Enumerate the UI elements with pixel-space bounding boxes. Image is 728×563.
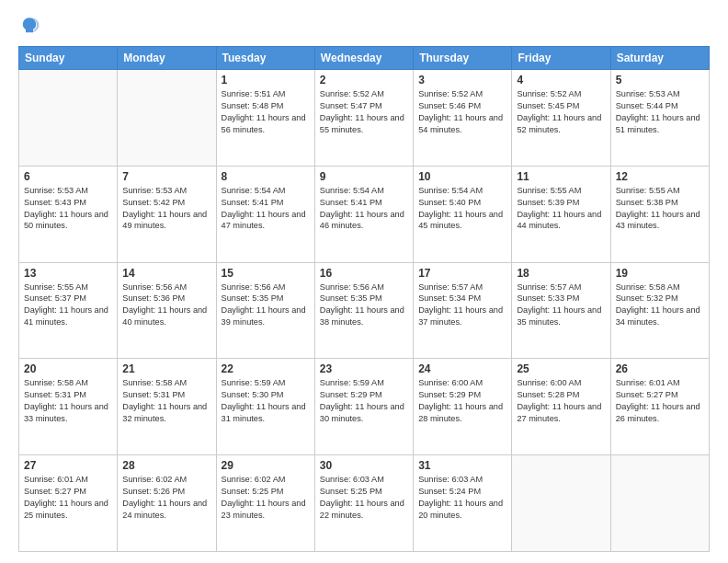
calendar-cell: 5Sunrise: 5:53 AMSunset: 5:44 PMDaylight…	[610, 70, 709, 167]
day-info: Sunrise: 5:57 AMSunset: 5:34 PMDaylight:…	[418, 282, 506, 329]
calendar-cell: 11Sunrise: 5:55 AMSunset: 5:39 PMDayligh…	[512, 166, 610, 262]
day-number: 2	[320, 74, 408, 86]
day-info: Sunrise: 6:02 AMSunset: 5:26 PMDaylight:…	[122, 474, 210, 522]
calendar-cell	[19, 70, 118, 167]
calendar-header: SundayMondayTuesdayWednesdayThursdayFrid…	[19, 47, 710, 70]
day-number: 31	[418, 459, 506, 472]
day-info: Sunrise: 5:54 AMSunset: 5:40 PMDaylight:…	[418, 185, 506, 233]
day-info: Sunrise: 5:54 AMSunset: 5:41 PMDaylight:…	[320, 185, 408, 233]
calendar-cell: 10Sunrise: 5:54 AMSunset: 5:40 PMDayligh…	[414, 166, 512, 262]
day-header-monday: Monday	[118, 47, 216, 70]
calendar-cell	[118, 70, 216, 167]
day-info: Sunrise: 5:57 AMSunset: 5:33 PMDaylight:…	[517, 282, 605, 329]
day-number: 30	[320, 459, 408, 472]
calendar-cell: 21Sunrise: 5:58 AMSunset: 5:31 PMDayligh…	[118, 359, 216, 455]
day-info: Sunrise: 5:53 AMSunset: 5:42 PMDaylight:…	[122, 185, 210, 233]
day-number: 10	[418, 170, 506, 183]
day-info: Sunrise: 5:59 AMSunset: 5:29 PMDaylight:…	[320, 377, 408, 425]
day-number: 6	[24, 170, 112, 183]
calendar-cell: 31Sunrise: 6:03 AMSunset: 5:24 PMDayligh…	[414, 455, 512, 552]
day-number: 12	[616, 170, 704, 183]
day-number: 27	[24, 459, 112, 472]
day-number: 9	[320, 170, 408, 183]
header	[18, 15, 710, 37]
day-number: 21	[122, 362, 210, 375]
calendar-cell: 25Sunrise: 6:00 AMSunset: 5:28 PMDayligh…	[512, 359, 610, 455]
calendar-cell: 30Sunrise: 6:03 AMSunset: 5:25 PMDayligh…	[314, 455, 413, 552]
day-number: 15	[222, 267, 310, 280]
day-header-sunday: Sunday	[19, 47, 118, 70]
calendar-cell: 20Sunrise: 5:58 AMSunset: 5:31 PMDayligh…	[19, 359, 118, 455]
calendar-cell: 17Sunrise: 5:57 AMSunset: 5:34 PMDayligh…	[414, 262, 512, 359]
day-number: 20	[24, 362, 112, 375]
logo	[18, 15, 44, 37]
week-row-0: 1Sunrise: 5:51 AMSunset: 5:48 PMDaylight…	[19, 70, 710, 167]
day-info: Sunrise: 6:01 AMSunset: 5:27 PMDaylight:…	[24, 474, 112, 522]
calendar-body: 1Sunrise: 5:51 AMSunset: 5:48 PMDaylight…	[19, 70, 710, 552]
calendar-cell: 14Sunrise: 5:56 AMSunset: 5:36 PMDayligh…	[118, 262, 216, 359]
day-info: Sunrise: 5:54 AMSunset: 5:41 PMDaylight:…	[222, 185, 310, 233]
calendar-cell: 16Sunrise: 5:56 AMSunset: 5:35 PMDayligh…	[314, 262, 413, 359]
day-number: 3	[418, 74, 506, 86]
day-number: 29	[222, 459, 310, 472]
day-number: 23	[320, 362, 408, 375]
day-info: Sunrise: 5:55 AMSunset: 5:37 PMDaylight:…	[24, 282, 112, 329]
day-info: Sunrise: 5:56 AMSunset: 5:35 PMDaylight:…	[320, 282, 408, 329]
calendar-cell: 24Sunrise: 6:00 AMSunset: 5:29 PMDayligh…	[414, 359, 512, 455]
day-info: Sunrise: 5:59 AMSunset: 5:30 PMDaylight:…	[222, 377, 310, 425]
day-number: 5	[616, 74, 704, 86]
day-info: Sunrise: 6:03 AMSunset: 5:24 PMDaylight:…	[418, 474, 506, 522]
calendar-cell: 4Sunrise: 5:52 AMSunset: 5:45 PMDaylight…	[512, 70, 610, 167]
day-number: 1	[222, 74, 310, 86]
day-info: Sunrise: 6:00 AMSunset: 5:29 PMDaylight:…	[418, 377, 506, 425]
day-header-saturday: Saturday	[610, 47, 709, 70]
week-row-3: 20Sunrise: 5:58 AMSunset: 5:31 PMDayligh…	[19, 359, 710, 455]
calendar-cell: 9Sunrise: 5:54 AMSunset: 5:41 PMDaylight…	[314, 166, 413, 262]
week-row-2: 13Sunrise: 5:55 AMSunset: 5:37 PMDayligh…	[19, 262, 710, 359]
day-info: Sunrise: 5:58 AMSunset: 5:31 PMDaylight:…	[24, 377, 112, 425]
day-info: Sunrise: 5:56 AMSunset: 5:35 PMDaylight:…	[222, 282, 310, 329]
day-header-friday: Friday	[512, 47, 610, 70]
calendar-cell: 18Sunrise: 5:57 AMSunset: 5:33 PMDayligh…	[512, 262, 610, 359]
day-number: 24	[418, 362, 506, 375]
days-header-row: SundayMondayTuesdayWednesdayThursdayFrid…	[19, 47, 710, 70]
calendar-cell: 22Sunrise: 5:59 AMSunset: 5:30 PMDayligh…	[216, 359, 314, 455]
day-info: Sunrise: 5:58 AMSunset: 5:32 PMDaylight:…	[616, 282, 704, 329]
day-header-wednesday: Wednesday	[314, 47, 413, 70]
day-number: 19	[616, 267, 704, 280]
calendar-cell: 3Sunrise: 5:52 AMSunset: 5:46 PMDaylight…	[414, 70, 512, 167]
calendar-cell: 27Sunrise: 6:01 AMSunset: 5:27 PMDayligh…	[19, 455, 118, 552]
calendar-cell: 23Sunrise: 5:59 AMSunset: 5:29 PMDayligh…	[314, 359, 413, 455]
calendar-cell: 26Sunrise: 6:01 AMSunset: 5:27 PMDayligh…	[610, 359, 709, 455]
day-number: 14	[122, 267, 210, 280]
calendar-cell: 29Sunrise: 6:02 AMSunset: 5:25 PMDayligh…	[216, 455, 314, 552]
day-number: 28	[122, 459, 210, 472]
calendar-cell	[512, 455, 610, 552]
calendar-cell: 15Sunrise: 5:56 AMSunset: 5:35 PMDayligh…	[216, 262, 314, 359]
calendar-cell: 8Sunrise: 5:54 AMSunset: 5:41 PMDaylight…	[216, 166, 314, 262]
page: SundayMondayTuesdayWednesdayThursdayFrid…	[0, 0, 728, 563]
day-info: Sunrise: 5:53 AMSunset: 5:43 PMDaylight:…	[24, 185, 112, 233]
day-info: Sunrise: 6:02 AMSunset: 5:25 PMDaylight:…	[222, 474, 310, 522]
day-number: 17	[418, 267, 506, 280]
calendar-cell: 7Sunrise: 5:53 AMSunset: 5:42 PMDaylight…	[118, 166, 216, 262]
calendar-cell: 19Sunrise: 5:58 AMSunset: 5:32 PMDayligh…	[610, 262, 709, 359]
day-info: Sunrise: 5:58 AMSunset: 5:31 PMDaylight:…	[122, 377, 210, 425]
calendar-cell	[610, 455, 709, 552]
calendar-cell: 28Sunrise: 6:02 AMSunset: 5:26 PMDayligh…	[118, 455, 216, 552]
day-number: 11	[517, 170, 605, 183]
day-number: 13	[24, 267, 112, 280]
day-info: Sunrise: 5:51 AMSunset: 5:48 PMDaylight:…	[222, 88, 310, 136]
day-info: Sunrise: 6:01 AMSunset: 5:27 PMDaylight:…	[616, 377, 704, 425]
day-info: Sunrise: 5:53 AMSunset: 5:44 PMDaylight:…	[616, 88, 704, 136]
week-row-4: 27Sunrise: 6:01 AMSunset: 5:27 PMDayligh…	[19, 455, 710, 552]
day-info: Sunrise: 5:55 AMSunset: 5:39 PMDaylight:…	[517, 185, 605, 233]
calendar-cell: 13Sunrise: 5:55 AMSunset: 5:37 PMDayligh…	[19, 262, 118, 359]
calendar: SundayMondayTuesdayWednesdayThursdayFrid…	[18, 46, 710, 552]
day-number: 7	[122, 170, 210, 183]
day-info: Sunrise: 6:03 AMSunset: 5:25 PMDaylight:…	[320, 474, 408, 522]
day-number: 4	[517, 74, 605, 86]
day-number: 25	[517, 362, 605, 375]
logo-icon	[18, 15, 40, 37]
day-header-thursday: Thursday	[414, 47, 512, 70]
